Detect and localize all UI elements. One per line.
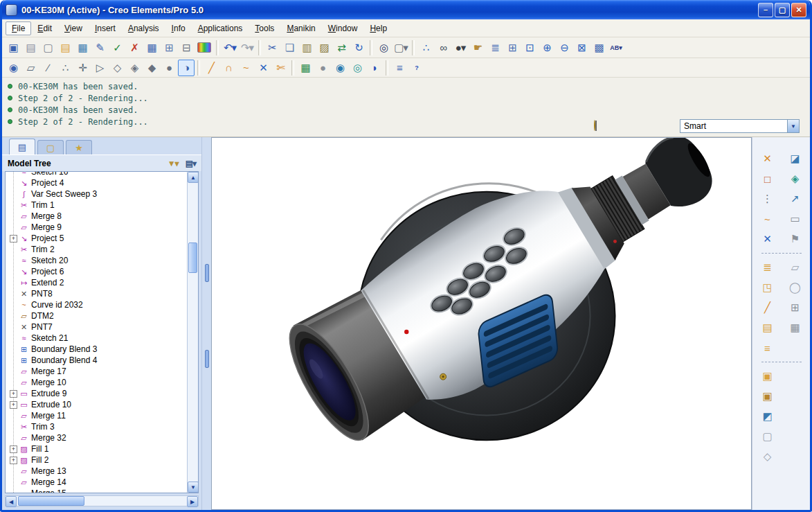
tree-item-merge-11[interactable]: ▱Merge 11 — [10, 410, 187, 421]
tree-item-merge-13[interactable]: ▱Merge 13 — [10, 466, 187, 477]
annotation-toggle-icon[interactable]: ▷ — [91, 60, 108, 76]
tree-item-extrude-9[interactable]: +▭Extrude 9 — [10, 388, 187, 399]
sketch-arc-icon[interactable]: ∩ — [220, 60, 237, 76]
new-object-icon[interactable]: ▣ — [5, 39, 21, 56]
scroll-track[interactable] — [17, 496, 187, 506]
hatch-section-icon[interactable]: ≣ — [759, 258, 777, 276]
enhanced-realism-mode-icon[interactable]: ◑ — [178, 60, 195, 76]
close-button[interactable]: ✕ — [791, 3, 806, 17]
accept-changes-icon[interactable]: ✓ — [109, 39, 125, 56]
title-bar[interactable]: 00-KE30M (Active) - Creo Elements/Pro 5.… — [2, 0, 810, 19]
zoom-window-icon[interactable]: ⊡ — [521, 39, 538, 56]
tab-favorites[interactable]: ★ — [66, 140, 92, 155]
maximize-button[interactable]: ▢ — [775, 3, 790, 17]
pick-chain-icon[interactable]: ∴ — [417, 39, 434, 56]
paste-special-icon[interactable]: ▨ — [316, 39, 332, 56]
refit-icon[interactable]: ⊠ — [573, 39, 590, 56]
feature-list-icon[interactable]: ⋮ — [759, 190, 777, 208]
suggestion-bulb-icon[interactable] — [594, 121, 602, 132]
pan-mode-icon[interactable]: ☛ — [469, 39, 486, 56]
style-curve-icon[interactable]: ~ — [759, 210, 777, 228]
quilt-surface-icon[interactable]: ◪ — [786, 150, 804, 168]
new-file-icon[interactable]: ▢ — [39, 39, 56, 56]
tree-item-fill-2[interactable]: +▨Fill 2 — [10, 454, 187, 466]
tree-item-trim-2[interactable]: ✂Trim 2 — [10, 244, 187, 255]
no-hidden-mode-icon[interactable]: ◆ — [143, 60, 160, 76]
paste-icon[interactable]: ▥ — [298, 39, 315, 56]
scroll-right-button[interactable]: ▶ — [187, 496, 198, 507]
tree-item-dtm2[interactable]: ▱DTM2 — [10, 310, 187, 321]
scroll-left-button[interactable]: ◀ — [6, 496, 17, 507]
undo-icon[interactable]: ↶▾ — [222, 39, 238, 56]
tree-item-curve-id-2032[interactable]: ~Curve id 2032 — [10, 299, 187, 310]
copy-window-icon[interactable]: ⊞ — [161, 39, 177, 56]
repaint-icon[interactable]: ▩ — [590, 39, 607, 56]
menu-info[interactable]: Info — [165, 21, 192, 35]
tab-folder-browser[interactable]: ▢ — [37, 140, 64, 155]
swept-surface-icon[interactable]: ↗ — [786, 190, 804, 208]
scroll-up-button[interactable]: ▲ — [188, 172, 199, 183]
context-help-icon[interactable]: ? — [408, 60, 425, 76]
saved-view-list-icon[interactable]: ◉ — [5, 60, 21, 76]
sketch-spline-icon[interactable]: ~ — [237, 60, 254, 76]
combo-dropdown-button[interactable]: ▼ — [787, 120, 799, 132]
tree-horizontal-scrollbar[interactable]: ◀ ▶ — [5, 495, 199, 506]
annotation-flag-icon[interactable]: ⚑ — [786, 230, 804, 248]
tree-item-project-4[interactable]: ↘Project 4 — [10, 177, 187, 188]
tree-item-pnt8[interactable]: ✕PNT8 — [10, 288, 187, 299]
menu-insert[interactable]: Insert — [89, 21, 122, 35]
model-player-icon[interactable]: ◗ — [366, 60, 383, 76]
find-icon[interactable]: ◎ — [375, 39, 392, 56]
tab-model-tree[interactable]: ▤ — [9, 139, 35, 155]
pattern-grid-icon[interactable]: ⊞ — [786, 299, 804, 317]
render-globe-icon[interactable]: ◉ — [332, 60, 348, 76]
shell-tool-icon[interactable]: ▢ — [759, 427, 777, 445]
menu-file[interactable]: File — [6, 21, 31, 35]
fold-surface-icon[interactable]: ◈ — [786, 170, 804, 188]
tree-item-sketch-16[interactable]: ≈Sketch 16 — [10, 171, 187, 177]
menu-window[interactable]: Window — [322, 21, 364, 35]
select-points-icon[interactable]: ✕ — [759, 150, 777, 168]
open-last-session-icon[interactable]: ▤ — [22, 39, 39, 56]
panel-sash[interactable] — [201, 137, 211, 510]
tree-show-filter-icon[interactable]: ▼▾ — [168, 159, 179, 168]
mesh-grid-icon[interactable]: ▦ — [786, 319, 804, 337]
round-tool-icon[interactable]: ◯ — [786, 279, 804, 297]
scroll-down-button[interactable]: ▼ — [188, 482, 199, 493]
view-manager-icon[interactable]: ⊞ — [504, 39, 521, 56]
spin-center-icon[interactable]: ∞ — [435, 39, 451, 56]
render-ring-icon[interactable]: ◎ — [349, 60, 366, 76]
import-surface-icon[interactable]: ◩ — [759, 407, 777, 425]
select-box-icon[interactable]: ▢▾ — [393, 39, 409, 56]
appearance-gallery-icon[interactable]: ●▾ — [452, 39, 469, 56]
menu-edit[interactable]: Edit — [31, 21, 58, 35]
plane-display-icon[interactable]: ▱ — [786, 258, 804, 276]
layer-display-icon[interactable]: ≣ — [487, 39, 503, 56]
tree-item-merge-8[interactable]: ▱Merge 8 — [10, 211, 187, 222]
boundary-box-icon[interactable]: □ — [759, 170, 777, 188]
tree-expander[interactable]: + — [10, 457, 17, 464]
tree-item-sketch-20[interactable]: ≈Sketch 20 — [10, 255, 187, 266]
tree-item-project-5[interactable]: +↘Project 5 — [10, 233, 187, 244]
menu-help[interactable]: Help — [363, 21, 393, 35]
tree-item-fill-1[interactable]: +▨Fill 1 — [10, 443, 187, 454]
menu-manikin[interactable]: Manikin — [280, 21, 321, 35]
update-icon[interactable]: ⇄ — [333, 39, 350, 56]
tree-item-boundary-blend-4[interactable]: ⊞Boundary Blend 4 — [10, 355, 187, 366]
tree-item-pnt7[interactable]: ✕PNT7 — [10, 321, 187, 333]
scroll-thumb[interactable] — [188, 242, 197, 273]
tree-expander[interactable]: + — [10, 445, 17, 453]
cut-icon[interactable]: ✂ — [264, 39, 280, 56]
save-file-icon[interactable]: ▦ — [74, 39, 91, 56]
note-bubble-icon[interactable]: ▭ — [786, 210, 804, 228]
tree-item-merge-10[interactable]: ▱Merge 10 — [10, 377, 187, 388]
tree-item-var-sect-sweep-3[interactable]: ∫Var Sect Sweep 3 — [10, 188, 187, 200]
model-3d-view[interactable] — [212, 138, 751, 509]
group-layers-icon[interactable]: ≡ — [759, 339, 777, 357]
datum-planes-toggle-icon[interactable]: ▱ — [22, 60, 39, 76]
hidden-line-mode-icon[interactable]: ◈ — [126, 60, 143, 76]
tree-item-trim-3[interactable]: ✂Trim 3 — [10, 421, 187, 432]
redo-icon[interactable]: ↷▾ — [239, 39, 255, 56]
wireframe-mode-icon[interactable]: ◇ — [109, 60, 125, 76]
solid-part-icon[interactable]: ◇ — [759, 448, 777, 466]
